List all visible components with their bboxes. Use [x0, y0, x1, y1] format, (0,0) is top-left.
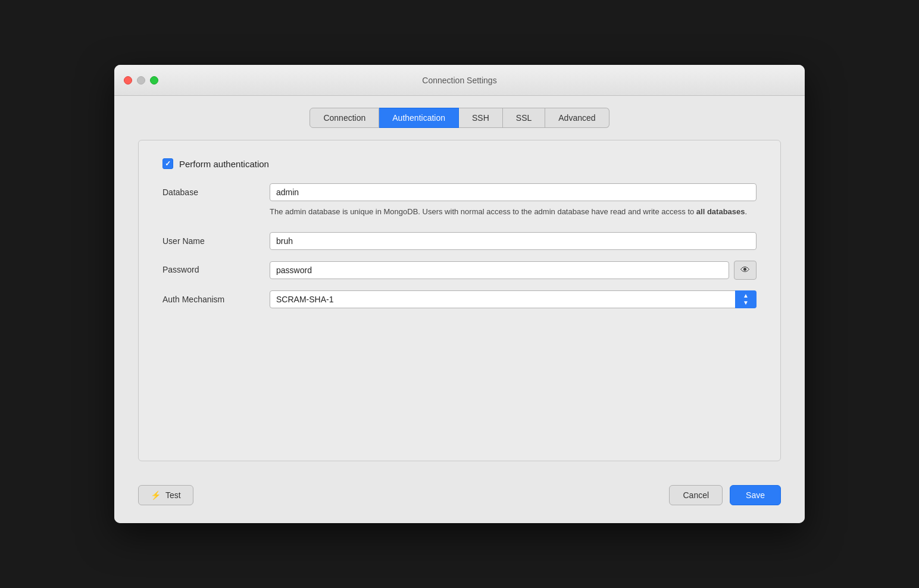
tab-ssl[interactable]: SSL	[503, 108, 545, 128]
username-row: User Name	[162, 232, 757, 250]
right-buttons: Cancel Save	[669, 485, 781, 505]
auth-mechanism-label: Auth Mechanism	[162, 290, 270, 304]
auth-mechanism-field: SCRAM-SHA-1 SCRAM-SHA-256 MONGODB-CR X50…	[270, 290, 757, 308]
password-label: Password	[162, 261, 270, 274]
password-input[interactable]	[270, 261, 729, 279]
database-label: Database	[162, 183, 270, 197]
test-icon: ⚡	[151, 490, 161, 500]
close-button[interactable]	[124, 76, 132, 85]
connection-settings-window: Connection Settings Connection Authentic…	[114, 65, 805, 523]
checkmark-icon: ✓	[165, 160, 171, 167]
auth-mechanism-row: Auth Mechanism SCRAM-SHA-1 SCRAM-SHA-256…	[162, 290, 757, 308]
bottom-bar: ⚡ Test Cancel Save	[138, 479, 781, 505]
title-bar: Connection Settings	[114, 65, 805, 96]
password-field: 👁	[270, 261, 757, 280]
tab-advanced[interactable]: Advanced	[545, 108, 609, 128]
save-button[interactable]: Save	[730, 485, 781, 505]
tab-authentication[interactable]: Authentication	[379, 108, 459, 128]
tab-connection[interactable]: Connection	[310, 108, 379, 128]
password-input-row: 👁	[270, 261, 757, 280]
helper-text-end: .	[745, 207, 748, 216]
traffic-lights	[124, 76, 158, 85]
eye-icon: 👁	[740, 265, 750, 276]
username-label: User Name	[162, 232, 270, 246]
password-input-wrap	[270, 261, 729, 279]
toggle-password-button[interactable]: 👁	[734, 261, 757, 280]
test-button-label: Test	[165, 490, 181, 500]
password-row: Password 👁	[162, 261, 757, 280]
database-helper-text: The admin database is unique in MongoDB.…	[270, 206, 757, 218]
perform-auth-row: ✓ Perform authentication	[162, 158, 757, 169]
perform-auth-checkbox[interactable]: ✓	[162, 158, 173, 169]
helper-text-normal: The admin database is unique in MongoDB.…	[270, 207, 696, 216]
auth-mechanism-select[interactable]: SCRAM-SHA-1 SCRAM-SHA-256 MONGODB-CR X50…	[270, 290, 757, 308]
tab-ssh[interactable]: SSH	[459, 108, 503, 128]
maximize-button[interactable]	[150, 76, 158, 85]
tab-bar: Connection Authentication SSH SSL Advanc…	[138, 108, 781, 128]
window-title: Connection Settings	[422, 76, 496, 85]
auth-mechanism-select-wrapper: SCRAM-SHA-1 SCRAM-SHA-256 MONGODB-CR X50…	[270, 290, 757, 308]
form-panel: ✓ Perform authentication Database The ad…	[138, 140, 781, 461]
cancel-button[interactable]: Cancel	[669, 485, 723, 505]
minimize-button[interactable]	[137, 76, 145, 85]
username-field	[270, 232, 757, 250]
perform-auth-label: Perform authentication	[179, 159, 269, 169]
test-button[interactable]: ⚡ Test	[138, 485, 193, 505]
database-input[interactable]	[270, 183, 757, 201]
window-content: Connection Authentication SSH SSL Advanc…	[114, 96, 805, 523]
database-row: Database The admin database is unique in…	[162, 183, 757, 218]
username-input[interactable]	[270, 232, 757, 250]
helper-text-bold: all databases	[696, 207, 745, 216]
database-field: The admin database is unique in MongoDB.…	[270, 183, 757, 218]
